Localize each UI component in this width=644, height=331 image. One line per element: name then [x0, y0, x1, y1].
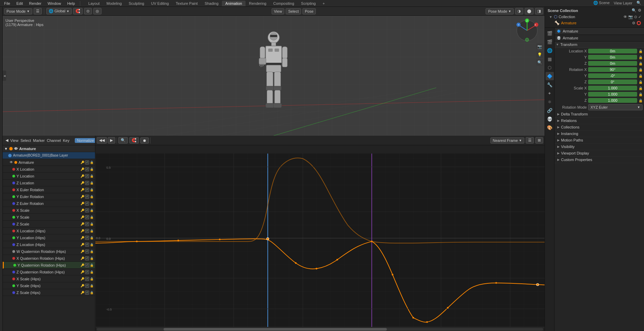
ce-channel-menu[interactable]: Channel [47, 138, 61, 143]
viewport-shading[interactable]: ◑ [515, 8, 523, 14]
select-menu-3d[interactable]: Select [286, 8, 301, 14]
hide-icon-coll[interactable]: ⊙ [634, 15, 637, 19]
ch-icon-key-ysh[interactable]: 🔑 [81, 284, 84, 287]
prop-icon-modifier[interactable]: 🔧 [546, 81, 554, 89]
ch-icon-lock[interactable]: 🔒 [90, 161, 94, 164]
scale-z-value[interactable]: 1.000 [588, 98, 637, 103]
ch-check-ze[interactable] [85, 201, 89, 206]
snap-magnet[interactable]: 🧲 [73, 8, 83, 14]
ch-icon-lock-zlh[interactable]: 🔒 [90, 243, 94, 246]
tab-sculpting[interactable]: Sculpting [125, 1, 147, 6]
ch-check-ylh[interactable] [85, 236, 89, 240]
ch-icon-key-xsh[interactable]: 🔑 [81, 277, 84, 281]
ch-icon-key[interactable]: 🔑 [81, 161, 84, 164]
channel-item-yscalehips[interactable]: Y Scale (Hips) 🔑 🔒 [3, 282, 95, 289]
channel-item-wquat[interactable]: W Quaternion Rotation (Hips) 🔑 🔒 [3, 248, 95, 255]
ch-check-zlh[interactable] [85, 243, 89, 247]
relations-section[interactable]: ▶ Relations [554, 118, 644, 124]
ch-icon-lock-xq[interactable]: 🔒 [90, 257, 94, 260]
record-icon[interactable]: ⏺ [140, 137, 149, 144]
icon-magnify[interactable]: 🔍 [536, 59, 543, 66]
visibility-section[interactable]: ▶ Visibility [554, 144, 644, 150]
ch-check-xlh[interactable] [85, 229, 89, 233]
tab-modeling[interactable]: Modeling [103, 1, 126, 6]
tab-layout[interactable]: Layout [85, 1, 103, 6]
channel-item-ylochips[interactable]: Y Location (Hips) 🔑 🔒 [3, 234, 95, 241]
tab-compositing[interactable]: Compositing [270, 1, 298, 6]
channel-item-yloc[interactable]: Y Location 🔑 🔒 [3, 173, 95, 180]
channel-item-zscalehips[interactable]: Z Scale (Hips) 🔑 🔒 [3, 289, 95, 296]
ch-check-yloc[interactable] [85, 174, 89, 178]
global-dropdown[interactable]: 🌐 Global ▼ [46, 8, 72, 14]
exclude-icon-coll[interactable]: ✓ [638, 15, 641, 19]
scale-y-value[interactable]: 1.000 [588, 92, 637, 97]
channel-item-armature2[interactable]: 👁 Armature 🔑 🔒 [3, 159, 95, 166]
ch-icon-key-ys[interactable]: 🔑 [81, 216, 84, 219]
ch-icon-lock-xloc[interactable]: 🔒 [90, 168, 94, 171]
rotation-mode-dropdown[interactable]: XYZ Euler ▼ [588, 104, 643, 110]
channel-item-armature-group[interactable]: ▼ 👁 Armature [3, 145, 95, 152]
ch-icon-key-zsh[interactable]: 🔑 [81, 291, 84, 294]
tab-shading[interactable]: Shading [201, 1, 222, 6]
normalize-btn[interactable]: Normalize [75, 138, 95, 143]
snap-icon[interactable]: 🧲 [129, 137, 139, 144]
channel-item-xloc[interactable]: X Location 🔑 🔒 [3, 166, 95, 173]
collection-item-armature[interactable]: 🦴 Armature ⚙ ⭕ [549, 20, 641, 26]
settings-icon-sc[interactable]: ⚙ [638, 8, 641, 13]
channel-item-xquat[interactable]: X Quaternion Rotation (Hips) 🔑 🔒 [3, 255, 95, 262]
ch-icon-lock-xs[interactable]: 🔒 [90, 209, 94, 212]
ch-check-xe[interactable] [85, 188, 89, 192]
curve-viewport[interactable]: 0.5 0.0 -0.5 [95, 145, 545, 331]
prop-icon-data[interactable]: 💀 [546, 115, 554, 123]
btn-play[interactable]: ▶ [108, 137, 115, 144]
channel-item-zloc[interactable]: Z Location 🔑 🔒 [3, 180, 95, 186]
ch-icon-lock-yq[interactable]: 🔒 [90, 263, 94, 267]
channel-item-zeuler[interactable]: Z Euler Rotation 🔑 🔒 [3, 200, 95, 207]
ch-icon-key-yq[interactable]: 🔑 [81, 263, 84, 267]
custom-props-section[interactable]: ▶ Custom Properties [554, 157, 644, 163]
ch-icon-lock-ze[interactable]: 🔒 [90, 202, 94, 205]
ch-icon-lock-yloc[interactable]: 🔒 [90, 174, 94, 178]
ch-check-xq[interactable] [85, 256, 89, 260]
ch-icon-key-zs[interactable]: 🔑 [81, 222, 84, 226]
ch-icon-key-xq[interactable]: 🔑 [81, 257, 84, 260]
rot-x-lock[interactable]: 🔒 [639, 68, 643, 72]
ch-icon-lock-xe[interactable]: 🔒 [90, 188, 94, 192]
collection-item-main[interactable]: ▼ ⬡ Collection 👁 📷 ⊙ ✓ [549, 14, 641, 20]
rot-x-value[interactable]: 90° [588, 67, 637, 72]
tab-uv-editing[interactable]: UV Editing [147, 1, 172, 6]
menu-window[interactable]: Window [45, 1, 64, 6]
render-icon-coll[interactable]: 📷 [628, 15, 633, 19]
ch-check-ys[interactable] [85, 215, 89, 219]
ce-view-menu[interactable]: View [10, 138, 19, 143]
rot-y-value[interactable]: -0° [588, 73, 637, 78]
ch-icon-key-xloc[interactable]: 🔑 [81, 168, 84, 171]
ch-icon-lock-ye[interactable]: 🔒 [90, 195, 94, 198]
prop-icon-scene2[interactable]: ⬡ [546, 63, 554, 72]
tab-scripting[interactable]: Scripting [298, 1, 319, 6]
scale-z-lock[interactable]: 🔒 [639, 99, 643, 102]
channel-item-xscalehips[interactable]: X Scale (Hips) 🔑 🔒 [3, 275, 95, 282]
ch-check-zloc[interactable] [85, 181, 89, 185]
icon-camera[interactable]: 📷 [536, 43, 543, 50]
menu-file[interactable]: File [1, 1, 13, 6]
ch-check-ysh[interactable] [85, 284, 89, 288]
snapping-dropdown[interactable]: Nearest Frame ▼ [490, 137, 524, 144]
ch-icon-key-yloc[interactable]: 🔑 [81, 174, 84, 178]
ch-icon-lock-wq[interactable]: 🔒 [90, 250, 94, 253]
prop-icon-physics[interactable]: ⚛ [546, 98, 554, 106]
viewport-overlay[interactable]: ⬤ [525, 8, 534, 14]
channel-item-yscale[interactable]: Y Scale 🔑 🔒 [3, 214, 95, 221]
ch-icon-lock-ysh[interactable]: 🔒 [90, 284, 94, 287]
ch-check-xs[interactable] [85, 208, 89, 212]
ch-icon-key-ze[interactable]: 🔑 [81, 202, 84, 205]
ch-icon-key-xlh[interactable]: 🔑 [81, 229, 84, 233]
ch-checkbox[interactable] [85, 160, 89, 164]
prop-icon-object[interactable]: 🔷 [546, 72, 554, 80]
menu-help[interactable]: Help [64, 1, 78, 6]
ce-collapse-icon[interactable]: ◀ [5, 138, 8, 143]
prop-icon-world[interactable]: 🌐 [546, 46, 554, 54]
btn-play-back[interactable]: ◀◀ [97, 137, 107, 144]
channel-item-yquat[interactable]: Y Quaternion Rotation (Hips) 🔑 🔒 [3, 262, 95, 269]
ch-icon-key-zq[interactable]: 🔑 [81, 270, 84, 274]
